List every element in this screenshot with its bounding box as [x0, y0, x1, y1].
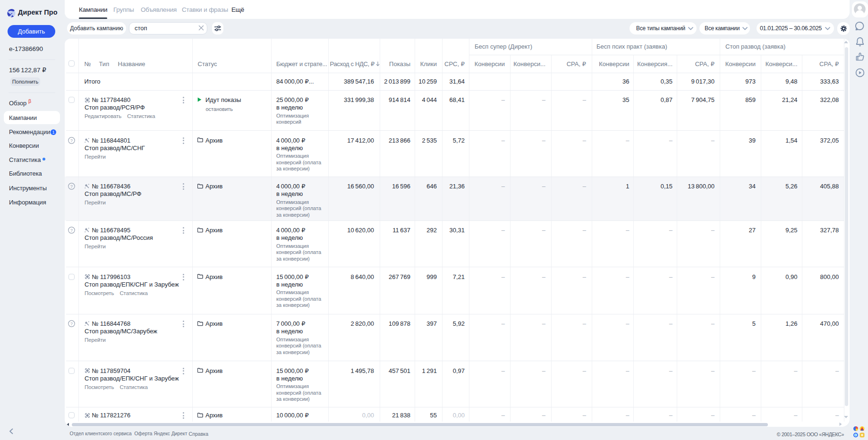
- svg-text:?: ?: [70, 138, 72, 143]
- svg-text:?: ?: [70, 184, 72, 189]
- svg-text:?: ?: [70, 322, 72, 326]
- svg-text:?: ?: [70, 228, 72, 233]
